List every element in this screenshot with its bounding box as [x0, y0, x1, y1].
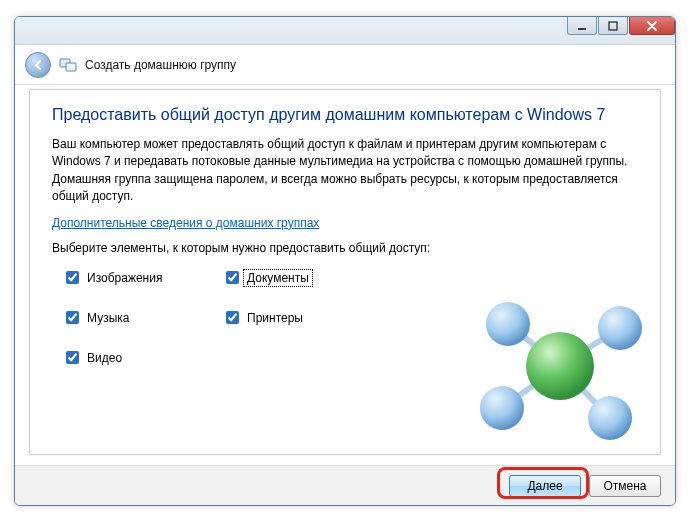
checkbox-documents-input[interactable]	[226, 271, 239, 284]
page-heading: Предоставить общий доступ другим домашни…	[52, 106, 638, 124]
svg-rect-1	[609, 22, 617, 30]
checkbox-printers[interactable]: Принтеры	[226, 311, 426, 325]
titlebar	[15, 17, 675, 45]
checkbox-images[interactable]: Изображения	[66, 271, 226, 285]
homegroup-icon	[59, 56, 77, 74]
checkbox-video[interactable]: Видео	[66, 351, 226, 365]
svg-point-8	[486, 302, 530, 346]
cancel-button[interactable]: Отмена	[589, 475, 661, 497]
svg-rect-3	[66, 63, 76, 71]
svg-point-11	[480, 386, 524, 430]
dialog-window: Создать домашнюю группу Предоставить общ…	[14, 16, 676, 506]
header-row: Создать домашнюю группу	[15, 45, 675, 85]
window-controls	[566, 17, 675, 44]
footer-bar: Далее Отмена	[15, 465, 675, 505]
svg-rect-0	[578, 28, 586, 30]
more-info-link[interactable]: Дополнительные сведения о домашних групп…	[52, 216, 319, 230]
svg-point-10	[588, 396, 632, 440]
description-text: Ваш компьютер может предоставлять общий …	[52, 136, 638, 206]
svg-point-9	[598, 306, 642, 350]
titlebar-left	[15, 17, 566, 44]
checkbox-images-label: Изображения	[85, 271, 164, 285]
decorative-spheres-icon	[450, 276, 650, 446]
back-button[interactable]	[25, 52, 51, 78]
checkbox-music[interactable]: Музыка	[66, 311, 226, 325]
checkbox-video-input[interactable]	[66, 351, 79, 364]
prompt-text: Выберите элементы, к которым нужно предо…	[52, 240, 638, 257]
content-panel: Предоставить общий доступ другим домашни…	[29, 89, 661, 455]
checkbox-printers-input[interactable]	[226, 311, 239, 324]
close-button[interactable]	[629, 17, 675, 35]
next-button[interactable]: Далее	[509, 475, 581, 497]
back-arrow-icon	[31, 58, 45, 72]
checkbox-video-label: Видео	[85, 351, 124, 365]
svg-point-12	[526, 332, 594, 400]
checkbox-documents[interactable]: Документы	[226, 271, 426, 285]
header-title: Создать домашнюю группу	[85, 58, 236, 72]
checkbox-printers-label: Принтеры	[245, 311, 305, 325]
checkbox-images-input[interactable]	[66, 271, 79, 284]
checkbox-documents-label: Документы	[245, 271, 311, 285]
minimize-button[interactable]	[567, 17, 597, 35]
checkbox-music-label: Музыка	[85, 311, 131, 325]
maximize-button[interactable]	[598, 17, 628, 35]
checkbox-music-input[interactable]	[66, 311, 79, 324]
